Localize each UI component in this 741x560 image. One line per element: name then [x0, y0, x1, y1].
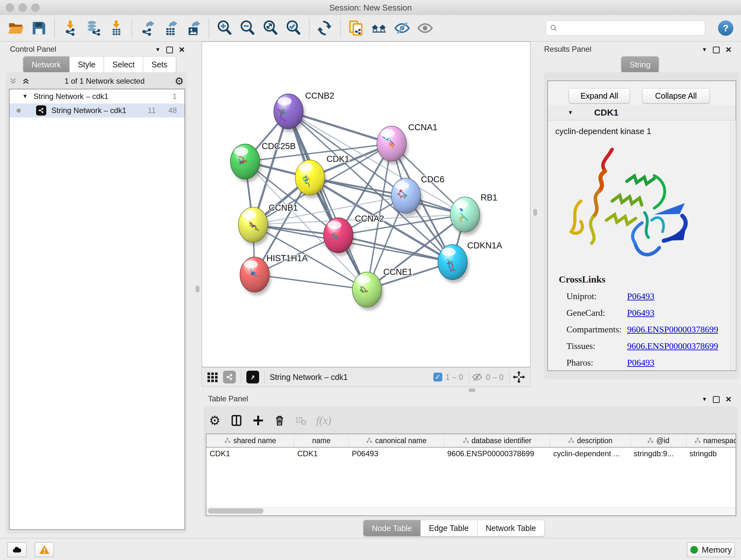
horizontal-splitter-handle[interactable]: [468, 388, 475, 392]
crosslink-row: GeneCard:P06493: [566, 305, 726, 321]
control-panel-tabs: NetworkStyleSelectSets: [23, 56, 176, 73]
crosslink-link[interactable]: 9606.ENSP00000378699: [627, 324, 718, 334]
table-cell[interactable]: CDK1: [206, 447, 294, 460]
save-session-icon[interactable]: [29, 18, 49, 38]
gene-section-header[interactable]: ▼ CDK1: [548, 105, 736, 120]
selected-count-checkbox-icon[interactable]: ✓: [433, 373, 442, 381]
show-columns-icon[interactable]: [230, 414, 243, 427]
tab-edge-table[interactable]: Edge Table: [421, 520, 477, 537]
tab-network[interactable]: Network: [23, 56, 70, 73]
table-header-row: shared namenamecanonical namedatabase id…: [206, 434, 736, 447]
hide-selected-eye-slash-icon[interactable]: [392, 18, 412, 38]
column-header-name[interactable]: name: [294, 434, 349, 447]
collapse-all-button[interactable]: Collapse All: [642, 88, 710, 104]
expand-all-button[interactable]: Expand All: [569, 88, 630, 104]
tab-string[interactable]: String: [621, 56, 659, 73]
status-bar: Memory: [0, 538, 741, 560]
network-edge-HIST1H1A-CCNE1[interactable]: [255, 274, 367, 290]
search-input[interactable]: [557, 23, 701, 33]
table-cell[interactable]: stringdb:9...: [630, 447, 686, 460]
main-toolbar: ?: [0, 15, 741, 42]
crosslink-link[interactable]: P06493: [627, 358, 655, 368]
node-highlight: [278, 97, 292, 105]
float-panel-icon[interactable]: [713, 47, 720, 53]
column-header-description[interactable]: description: [550, 434, 630, 447]
column-header-shared-name[interactable]: shared name: [206, 434, 294, 447]
export-image-icon[interactable]: [184, 18, 203, 38]
float-panel-icon[interactable]: [166, 47, 173, 53]
network-canvas[interactable]: CCNB2CCNA1CDC25BCDK1CDC6RB1CCNB1CCNA2CDK…: [202, 42, 530, 367]
network-options-gear-icon[interactable]: ⚙: [175, 76, 184, 86]
import-network-icon[interactable]: [60, 18, 80, 38]
open-session-icon[interactable]: [6, 18, 26, 38]
panel-menu-icon[interactable]: ▼: [702, 396, 707, 402]
network-row-selected[interactable]: String Network – cdk1 11 48: [10, 104, 185, 118]
column-header-namespace[interactable]: namespace: [686, 434, 737, 447]
cloud-status-button[interactable]: [7, 543, 26, 557]
tab-network-table[interactable]: Network Table: [477, 520, 545, 537]
collapse-all-icon[interactable]: [9, 77, 17, 85]
show-all-networks-icon[interactable]: [369, 18, 389, 38]
memory-button[interactable]: Memory: [687, 543, 735, 557]
panel-menu-icon[interactable]: ▼: [702, 47, 707, 53]
import-table-icon[interactable]: [106, 18, 126, 38]
close-panel-icon[interactable]: ✕: [725, 45, 732, 54]
crosslink-link[interactable]: P06493: [627, 308, 655, 318]
crosslink-row: Uniprot:P06493: [566, 288, 726, 305]
tab-style[interactable]: Style: [70, 56, 105, 73]
tab-select[interactable]: Select: [104, 56, 143, 73]
warnings-button[interactable]: [35, 543, 54, 557]
current-network-dot-icon: [17, 109, 21, 113]
close-panel-icon[interactable]: ✕: [179, 45, 185, 54]
crosslink-link[interactable]: P06493: [627, 291, 655, 301]
column-header-@id[interactable]: @id: [630, 434, 686, 447]
birdseye-grid-icon[interactable]: [206, 371, 219, 383]
float-panel-icon[interactable]: [713, 396, 720, 403]
node-highlight: [442, 248, 456, 256]
network-overview-icon[interactable]: [223, 371, 236, 383]
search-field[interactable]: [546, 20, 705, 36]
detach-view-icon[interactable]: [246, 371, 259, 383]
network-edge-CCNA2-CDKN1A[interactable]: [338, 235, 453, 262]
tab-sets[interactable]: Sets: [143, 56, 176, 73]
table-cell[interactable]: P06493: [349, 447, 444, 460]
import-network-from-database-icon[interactable]: [83, 18, 103, 38]
network-snapshot-icon[interactable]: [346, 18, 366, 38]
create-column-plus-icon[interactable]: [253, 415, 264, 426]
column-header-canonical-name[interactable]: canonical name: [349, 434, 444, 447]
vertical-splitter-handle[interactable]: [196, 286, 199, 293]
table-cell[interactable]: CDK1: [294, 447, 349, 460]
zoom-in-icon[interactable]: [215, 18, 234, 38]
table-settings-gear-icon[interactable]: ⚙: [209, 413, 220, 428]
show-eye-icon[interactable]: [415, 18, 435, 38]
node-table: shared namenamecanonical namedatabase id…: [206, 434, 736, 516]
section-collapse-icon[interactable]: ▼: [568, 110, 573, 116]
pan-crosshair-icon[interactable]: [512, 370, 526, 384]
export-network-icon[interactable]: [138, 18, 157, 38]
table-horizontal-scrollbar[interactable]: [206, 507, 736, 515]
zoom-out-icon[interactable]: [238, 18, 258, 38]
expand-all-icon[interactable]: [22, 77, 30, 85]
table-cell[interactable]: 9606.ENSP00000378699: [444, 447, 550, 460]
node-label-CDK1: CDK1: [327, 154, 349, 164]
network-collection-row[interactable]: ▼ String Network – cdk1 1: [10, 89, 185, 104]
close-panel-icon[interactable]: ✕: [725, 395, 732, 404]
help-button[interactable]: ?: [718, 20, 733, 36]
collection-expand-icon[interactable]: ▼: [22, 93, 28, 100]
scrollbar-thumb[interactable]: [208, 508, 264, 514]
zoom-selected-icon[interactable]: [284, 18, 304, 38]
delete-column-trash-icon[interactable]: [273, 415, 286, 427]
results-scrollbar[interactable]: [730, 121, 736, 370]
table-cell[interactable]: cyclin-dependent ...: [550, 447, 630, 460]
table-row[interactable]: CDK1CDK1P064939606.ENSP00000378699cyclin…: [206, 447, 736, 460]
right-splitter-handle[interactable]: [533, 209, 537, 216]
export-table-icon[interactable]: [160, 18, 180, 38]
table-cell[interactable]: stringdb: [686, 447, 737, 460]
panel-menu-icon[interactable]: ▼: [155, 47, 160, 53]
network-graph[interactable]: CCNB2CCNA1CDC25BCDK1CDC6RB1CCNB1CCNA2CDK…: [202, 42, 530, 367]
crosslink-link[interactable]: 9606.ENSP00000378699: [627, 341, 718, 351]
column-header-database-identifier[interactable]: database identifier: [444, 434, 550, 447]
refresh-layout-icon[interactable]: [315, 18, 335, 38]
tab-node-table[interactable]: Node Table: [363, 520, 421, 537]
zoom-fit-icon[interactable]: [261, 18, 280, 38]
